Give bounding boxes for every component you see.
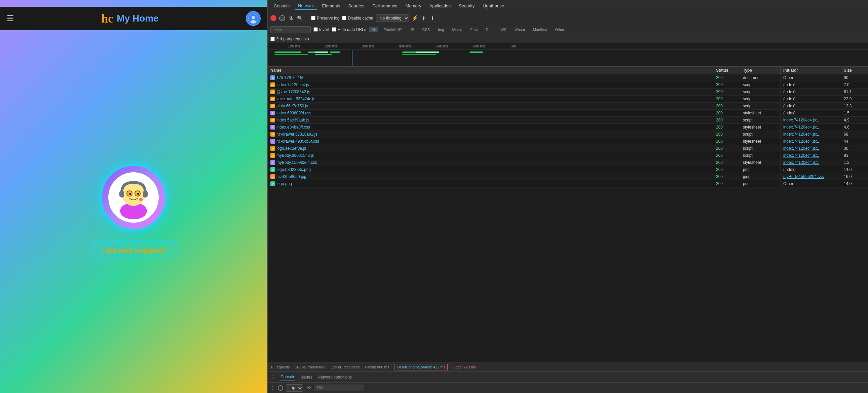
tab-sources[interactable]: Sources bbox=[345, 2, 368, 10]
table-row[interactable]: P logo.png 200 png Other 14.0 bbox=[268, 180, 868, 187]
record-button[interactable] bbox=[270, 15, 276, 21]
initiator-link[interactable]: index.74120ec4.js:1 bbox=[783, 132, 819, 137]
bottom-tab-console[interactable]: Console bbox=[280, 373, 295, 381]
filter-ws[interactable]: WS bbox=[498, 27, 509, 32]
table-row[interactable]: JS index.5ae39aab.js 200 script index.74… bbox=[268, 117, 868, 124]
filter-img[interactable]: Img bbox=[435, 27, 446, 32]
table-row[interactable]: D 175.178.72.150 200 document Other 90 bbox=[268, 74, 868, 82]
initiator-link[interactable]: index.74120ec4.js:1 bbox=[783, 153, 819, 158]
filter-manifest[interactable]: Manifest bbox=[530, 27, 550, 32]
tab-security[interactable]: Security bbox=[455, 2, 478, 10]
tab-memory[interactable]: Memory bbox=[402, 2, 425, 10]
initiator-link[interactable]: myBody.1599b204.css bbox=[783, 174, 824, 179]
table-row[interactable]: JS myBody.d8031548.js 200 script index.7… bbox=[268, 152, 868, 159]
initiator-link[interactable]: index.74120ec4.js:1 bbox=[783, 146, 819, 151]
hamburger-icon[interactable]: ☰ bbox=[7, 14, 14, 23]
filter-doc[interactable]: Doc bbox=[483, 27, 495, 32]
table-row[interactable]: JS logo.ae72ef3a.js 200 script index.741… bbox=[268, 145, 868, 152]
invert-input[interactable] bbox=[313, 27, 318, 32]
disable-cache-input[interactable] bbox=[342, 16, 346, 20]
td-size: 30 bbox=[841, 145, 868, 152]
filter-input[interactable] bbox=[270, 26, 311, 33]
table-row[interactable]: J hc.43bb86a0.jpg 200 jpeg myBody.1599b2… bbox=[268, 173, 868, 180]
tab-console[interactable]: Console bbox=[270, 2, 293, 10]
tab-lighthouse[interactable]: Lighthouse bbox=[479, 2, 507, 10]
td-size: 22.9 bbox=[841, 96, 868, 102]
top-selector[interactable]: top bbox=[286, 384, 303, 392]
initiator-link[interactable]: index.74120ec4.js:1 bbox=[783, 125, 819, 129]
filter-bar: Invert Hide data URLs All Fetch/XHR JS C… bbox=[268, 24, 868, 35]
stop-button[interactable]: ⊘ bbox=[279, 15, 285, 21]
file-icon: JS bbox=[270, 146, 275, 151]
filter-wasm[interactable]: Wasm bbox=[512, 27, 528, 32]
bottom-toolbar-menu[interactable]: ⋮ bbox=[270, 385, 275, 391]
td-status: 200 bbox=[713, 159, 740, 166]
export-icon[interactable]: ⬇ bbox=[430, 15, 435, 21]
td-initiator: myBody.1599b204.css bbox=[781, 173, 841, 180]
preserve-log-checkbox[interactable]: Preserve log bbox=[311, 16, 339, 21]
filter-css[interactable]: CSS bbox=[420, 27, 433, 32]
table-row[interactable]: JS vue-router.ff22424c.js 200 script (in… bbox=[268, 96, 868, 102]
bottom-menu-icon[interactable]: ⋮ bbox=[270, 374, 275, 380]
console-filter-input[interactable] bbox=[314, 385, 364, 391]
table-row[interactable]: P logo.b8d23a8c.png 200 png (index) 14.0 bbox=[268, 166, 868, 173]
preserve-log-input[interactable] bbox=[311, 16, 315, 20]
bottom-tab-issues[interactable]: Issues bbox=[301, 373, 312, 381]
tab-elements[interactable]: Elements bbox=[318, 2, 343, 10]
network-table[interactable]: Name Status Type Initiator Size D 175.17… bbox=[268, 67, 868, 362]
svg-point-12 bbox=[139, 198, 143, 201]
td-initiator: index.74120ec4.js:1 bbox=[781, 152, 841, 159]
tl-bar-4 bbox=[330, 52, 340, 53]
resources-size: 159 kB resources bbox=[331, 365, 360, 369]
td-name: JS myBody.d8031548.js bbox=[268, 152, 713, 159]
throttling-select[interactable]: No throttling bbox=[376, 14, 409, 22]
disable-cache-checkbox[interactable]: Disable cache bbox=[342, 16, 373, 21]
td-initiator: index.74120ec4.js:1 bbox=[781, 131, 841, 138]
search-icon[interactable]: 🔍 bbox=[297, 15, 303, 21]
network-conditions-icon[interactable]: ⚡ bbox=[412, 15, 418, 21]
file-icon: JS bbox=[270, 90, 275, 94]
table-row[interactable]: JS hc-drawer.57816ab1.js 200 script inde… bbox=[268, 131, 868, 138]
filter-font[interactable]: Font bbox=[468, 27, 480, 32]
hide-data-urls-checkbox[interactable]: Hide data URLs bbox=[332, 27, 366, 32]
td-type: png bbox=[740, 180, 781, 187]
table-row[interactable]: # index.e34ba8ff.css 200 stylesheet inde… bbox=[268, 124, 868, 131]
td-initiator: (index) bbox=[781, 102, 841, 109]
import-icon[interactable]: ⬆ bbox=[421, 15, 427, 21]
td-initiator: (index) bbox=[781, 82, 841, 88]
filter-fetchxhr[interactable]: Fetch/XHR bbox=[381, 27, 405, 32]
table-row[interactable]: # hc-drawer.4935cb6f.css 200 stylesheet … bbox=[268, 138, 868, 145]
third-party-checkbox[interactable]: 3rd-party requests bbox=[270, 37, 309, 41]
filter-all[interactable]: All bbox=[369, 27, 378, 32]
file-icon: # bbox=[270, 139, 275, 144]
bottom-tab-network-conditions[interactable]: Network conditions bbox=[318, 373, 352, 381]
invert-checkbox[interactable]: Invert bbox=[313, 27, 329, 32]
avatar-nav[interactable] bbox=[246, 11, 260, 26]
nav-bar: ☰ hc My Home bbox=[0, 7, 267, 30]
filter-other[interactable]: Other bbox=[552, 27, 567, 32]
eye-icon[interactable]: 👁 bbox=[306, 385, 311, 391]
initiator-link[interactable]: index.74120ec4.js:1 bbox=[783, 160, 819, 165]
table-row[interactable]: JS @vue.17208642.js 200 script (index) 6… bbox=[268, 89, 868, 96]
initiator-link[interactable]: index.74120ec4.js:1 bbox=[783, 139, 819, 144]
tagline-box[interactable]: I am web engineer bbox=[91, 241, 177, 260]
tab-performance[interactable]: Performance bbox=[369, 2, 401, 10]
table-row[interactable]: JS pinia.66e7a750.js 200 script (index) … bbox=[268, 102, 868, 110]
filter-js[interactable]: JS bbox=[407, 27, 417, 32]
filter-media[interactable]: Media bbox=[450, 27, 465, 32]
table-row[interactable]: JS index.74120ec4.js 200 script (index) … bbox=[268, 82, 868, 89]
table-row[interactable]: # myBody.1599b204.css 200 stylesheet ind… bbox=[268, 159, 868, 166]
file-name: logo.b8d23a8c.png bbox=[276, 167, 311, 172]
file-icon: D bbox=[270, 75, 275, 80]
initiator-link[interactable]: index.74120ec4.js:1 bbox=[783, 118, 819, 122]
td-name: # index.e34ba8ff.css bbox=[268, 124, 713, 130]
site-title: My Home bbox=[117, 13, 158, 24]
table-row[interactable]: # index.693609fd.css 200 stylesheet (ind… bbox=[268, 110, 868, 117]
tab-network[interactable]: Network bbox=[294, 2, 317, 10]
third-party-input[interactable] bbox=[270, 37, 275, 41]
timeline-bars bbox=[268, 50, 868, 67]
filter-icon[interactable]: ⚗ bbox=[288, 15, 294, 21]
tab-application[interactable]: Application bbox=[426, 2, 454, 10]
hide-data-urls-input[interactable] bbox=[332, 27, 336, 32]
stop-circle-icon[interactable] bbox=[278, 385, 283, 391]
